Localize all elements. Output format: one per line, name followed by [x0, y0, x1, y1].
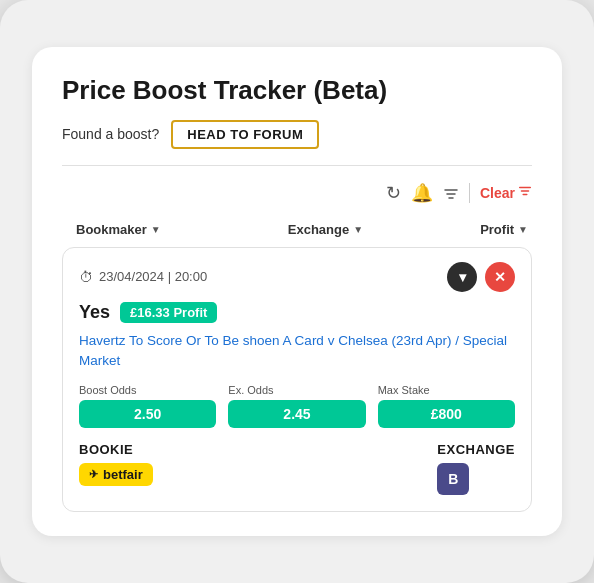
refresh-icon[interactable]: ↻ [386, 182, 401, 204]
clock-icon: ⏱ [79, 269, 93, 285]
chevron-down-icon: ▼ [518, 224, 528, 235]
boost-odds-value: 2.50 [79, 400, 216, 428]
bookie-label: BOOKIE [79, 442, 153, 457]
bet-actions: ▾ ✕ [447, 262, 515, 292]
odds-row: Boost Odds 2.50 Ex. Odds 2.45 Max Stake … [79, 384, 515, 428]
bookie-section: BOOKIE ✈ betfair [79, 442, 153, 486]
max-stake-label: Max Stake [378, 384, 515, 396]
exchange-logo: B [437, 463, 469, 495]
main-card: Price Boost Tracker (Beta) Found a boost… [32, 47, 562, 536]
profit-badge: £16.33 Profit [120, 302, 217, 323]
betfair-icon: ✈ [89, 468, 98, 481]
exchange-section: EXCHANGE B [437, 442, 515, 495]
clear-button[interactable]: Clear [480, 184, 532, 201]
head-to-forum-button[interactable]: HEAD TO FORUM [171, 120, 319, 149]
bet-card: ⏱ 23/04/2024 | 20:00 ▾ ✕ Yes £16.33 Prof… [62, 247, 532, 512]
filter-icon[interactable] [443, 182, 459, 203]
ex-odds-group: Ex. Odds 2.45 [228, 384, 365, 428]
app-container: Price Boost Tracker (Beta) Found a boost… [0, 0, 594, 583]
max-stake-value: £800 [378, 400, 515, 428]
close-button[interactable]: ✕ [485, 262, 515, 292]
close-icon: ✕ [494, 269, 506, 285]
col-header-bookmaker[interactable]: Bookmaker ▼ [76, 222, 161, 237]
exchange-label: EXCHANGE [437, 442, 515, 457]
bet-date: 23/04/2024 | 20:00 [99, 269, 207, 284]
forum-row: Found a boost? HEAD TO FORUM [62, 120, 532, 166]
yes-row: Yes £16.33 Profit [79, 302, 515, 323]
bet-date-row: ⏱ 23/04/2024 | 20:00 [79, 269, 207, 285]
toolbar-row: ↻ 🔔 Clear [62, 182, 532, 204]
ex-odds-value: 2.45 [228, 400, 365, 428]
yes-label: Yes [79, 302, 110, 323]
max-stake-group: Max Stake £800 [378, 384, 515, 428]
bet-description[interactable]: Havertz To Score Or To Be shoen A Card v… [79, 331, 515, 370]
columns-header-row: Bookmaker ▼ Exchange ▼ Profit ▼ [62, 222, 532, 237]
bet-card-header: ⏱ 23/04/2024 | 20:00 ▾ ✕ [79, 262, 515, 292]
page-title: Price Boost Tracker (Beta) [62, 75, 532, 106]
col-header-exchange[interactable]: Exchange ▼ [288, 222, 363, 237]
toolbar-divider [469, 183, 470, 203]
expand-button[interactable]: ▾ [447, 262, 477, 292]
chevron-down-icon: ▼ [353, 224, 363, 235]
betfair-badge[interactable]: ✈ betfair [79, 463, 153, 486]
chevron-down-icon: ▾ [459, 269, 466, 285]
clear-filter-icon [518, 184, 532, 201]
bookie-exchange-row: BOOKIE ✈ betfair EXCHANGE B [79, 442, 515, 495]
ex-odds-label: Ex. Odds [228, 384, 365, 396]
bell-icon[interactable]: 🔔 [411, 182, 433, 204]
betfair-text: betfair [103, 467, 143, 482]
col-header-profit[interactable]: Profit ▼ [480, 222, 528, 237]
boost-odds-group: Boost Odds 2.50 [79, 384, 216, 428]
boost-odds-label: Boost Odds [79, 384, 216, 396]
chevron-down-icon: ▼ [151, 224, 161, 235]
forum-label: Found a boost? [62, 126, 159, 142]
